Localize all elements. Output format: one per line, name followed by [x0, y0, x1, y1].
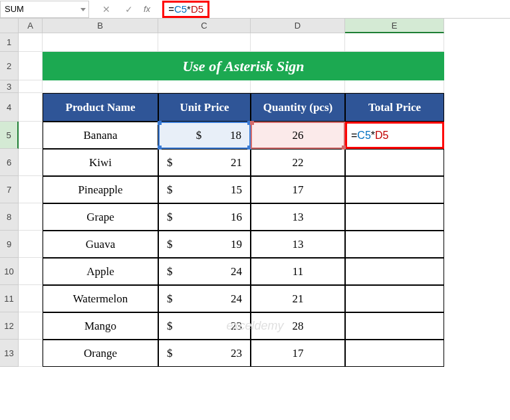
cancel-icon[interactable]: ✕	[98, 1, 114, 17]
cell-d12[interactable]: 28	[251, 312, 345, 340]
cell-a8[interactable]	[19, 203, 43, 231]
row-header-1[interactable]: 1	[0, 33, 19, 52]
fx-icon[interactable]: fx	[144, 4, 150, 14]
cell-c12[interactable]: $23	[158, 312, 251, 340]
cell-a6[interactable]	[19, 149, 43, 176]
formula-ref-c5: C5	[174, 3, 187, 15]
row-header-3[interactable]: 3	[0, 80, 19, 93]
col-header-d[interactable]: D	[251, 19, 345, 33]
cell-e7[interactable]	[345, 176, 444, 203]
row-header-5[interactable]: 5	[0, 122, 19, 149]
cell-a5[interactable]	[19, 122, 43, 149]
cell-c8[interactable]: $16	[158, 203, 251, 231]
cell-d7[interactable]: 17	[251, 176, 345, 203]
cell-e8[interactable]	[345, 203, 444, 231]
header-total[interactable]: Total Price	[345, 93, 444, 122]
row-13: 13 Orange $23 17	[0, 340, 510, 367]
header-price[interactable]: Unit Price	[158, 93, 251, 122]
cell-a12[interactable]	[19, 312, 43, 340]
row-2: 2 Use of Asterisk Sign	[0, 52, 510, 80]
formula-input[interactable]: =C5*D5	[162, 1, 209, 18]
col-header-e[interactable]: E	[345, 19, 444, 33]
cell-d1[interactable]	[251, 33, 345, 52]
cell-c1[interactable]	[158, 33, 251, 52]
cell-c6[interactable]: $21	[158, 149, 251, 176]
formula-ref-d5: D5	[191, 3, 203, 15]
row-header-13[interactable]: 13	[0, 340, 19, 367]
cell-e1[interactable]	[345, 33, 444, 52]
cell-b9[interactable]: Guava	[43, 231, 158, 258]
col-header-c[interactable]: C	[158, 19, 251, 33]
cell-a7[interactable]	[19, 176, 43, 203]
cell-d13[interactable]: 17	[251, 340, 345, 367]
title-cell[interactable]: Use of Asterisk Sign	[43, 52, 444, 80]
cell-a13[interactable]	[19, 340, 43, 367]
row-header-6[interactable]: 6	[0, 149, 19, 176]
cell-c10[interactable]: $24	[158, 258, 251, 285]
cell-b6[interactable]: Kiwi	[43, 149, 158, 176]
cell-b12[interactable]: Mango	[43, 312, 158, 340]
row-8: 8 Grape $16 13	[0, 203, 510, 231]
cell-c7[interactable]: $15	[158, 176, 251, 203]
cell-e10[interactable]	[345, 258, 444, 285]
formula-bar: SUM ✕ ✓ fx =C5*D5	[0, 0, 510, 19]
cell-c9[interactable]: $19	[158, 231, 251, 258]
cell-d11[interactable]: 21	[251, 285, 345, 312]
cell-a2[interactable]	[19, 52, 43, 80]
row-header-2[interactable]: 2	[0, 52, 19, 80]
cell-b8[interactable]: Grape	[43, 203, 158, 231]
cell-a1[interactable]	[19, 33, 43, 52]
col-header-b[interactable]: B	[43, 19, 158, 33]
row-header-4[interactable]: 4	[0, 93, 19, 122]
row-header-12[interactable]: 12	[0, 312, 19, 340]
cell-d9[interactable]: 13	[251, 231, 345, 258]
cell-b3[interactable]	[43, 80, 158, 93]
row-header-10[interactable]: 10	[0, 258, 19, 285]
cell-a9[interactable]	[19, 231, 43, 258]
cell-c5[interactable]: $18	[158, 122, 251, 149]
name-box[interactable]: SUM	[0, 1, 89, 18]
cell-d6[interactable]: 22	[251, 149, 345, 176]
cell-a4[interactable]	[19, 93, 43, 122]
cell-d8[interactable]: 13	[251, 203, 345, 231]
cell-c13[interactable]: $23	[158, 340, 251, 367]
cell-e12[interactable]	[345, 312, 444, 340]
cell-e13[interactable]	[345, 340, 444, 367]
row-header-11[interactable]: 11	[0, 285, 19, 312]
cell-b10[interactable]: Apple	[43, 258, 158, 285]
cell-b11[interactable]: Watermelon	[43, 285, 158, 312]
cell-d10[interactable]: 11	[251, 258, 345, 285]
row-5: 5 Banana $18 26 =C5*D5	[0, 122, 510, 149]
cell-a10[interactable]	[19, 258, 43, 285]
cell-e9[interactable]	[345, 231, 444, 258]
cell-d3[interactable]	[251, 80, 345, 93]
cell-b7[interactable]: Pineapple	[43, 176, 158, 203]
row-header-9[interactable]: 9	[0, 231, 19, 258]
cell-c11[interactable]: $24	[158, 285, 251, 312]
cell-b5[interactable]: Banana	[43, 122, 158, 149]
cell-b1[interactable]	[43, 33, 158, 52]
cell-c3[interactable]	[158, 80, 251, 93]
cell-e5[interactable]: =C5*D5	[345, 122, 444, 149]
cell-e6[interactable]	[345, 149, 444, 176]
row-12: 12 Mango $23 28	[0, 312, 510, 340]
header-product[interactable]: Product Name	[43, 93, 158, 122]
cell-a3[interactable]	[19, 80, 43, 93]
cell-e11[interactable]	[345, 285, 444, 312]
row-header-8[interactable]: 8	[0, 203, 19, 231]
row-7: 7 Pineapple $15 17	[0, 176, 510, 203]
enter-icon[interactable]: ✓	[121, 1, 137, 17]
cell-d5[interactable]: 26	[251, 122, 345, 149]
row-1: 1	[0, 33, 510, 52]
row-9: 9 Guava $19 13	[0, 231, 510, 258]
cell-a11[interactable]	[19, 285, 43, 312]
select-all-corner[interactable]	[0, 19, 19, 33]
formula-eq: =	[168, 3, 174, 15]
header-qty[interactable]: Quantity (pcs)	[251, 93, 345, 122]
column-header-row: A B C D E	[0, 19, 510, 33]
col-header-a[interactable]: A	[19, 19, 43, 33]
row-header-7[interactable]: 7	[0, 176, 19, 203]
cell-e3[interactable]	[345, 80, 444, 93]
cell-b13[interactable]: Orange	[43, 340, 158, 367]
cell-formula-d5: D5	[375, 130, 388, 142]
